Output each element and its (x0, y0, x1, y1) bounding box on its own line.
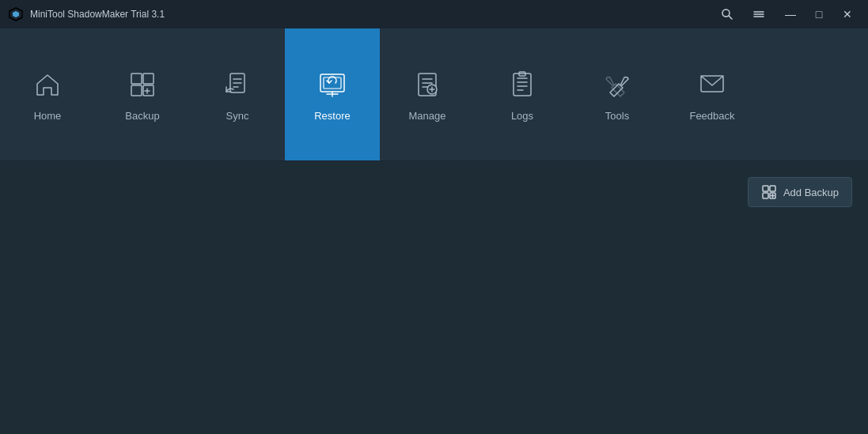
svg-rect-34 (770, 186, 775, 191)
nav-item-logs[interactable]: Logs (475, 28, 570, 160)
logs-icon (505, 67, 540, 102)
window-controls: — □ ✕ (778, 3, 860, 25)
add-backup-button[interactable]: Add Backup (748, 177, 852, 207)
home-label: Home (34, 110, 62, 122)
svg-rect-6 (143, 74, 154, 84)
nav-item-sync[interactable]: Sync (190, 28, 285, 160)
restore-icon (315, 67, 350, 102)
feedback-icon (695, 67, 730, 102)
nav-item-tools[interactable]: Tools (570, 28, 665, 160)
app-title: MiniTool ShadowMaker Trial 3.1 (30, 9, 714, 20)
manage-label: Manage (409, 110, 446, 122)
home-icon (30, 67, 65, 102)
title-bar: MiniTool ShadowMaker Trial 3.1 — □ ✕ (0, 0, 868, 28)
nav-bar: Home Backup Sync (0, 28, 868, 161)
svg-line-1 (730, 17, 733, 20)
menu-button[interactable] (746, 3, 771, 25)
backup-label: Backup (125, 110, 159, 122)
nav-item-manage[interactable]: Manage (380, 28, 475, 160)
svg-rect-16 (324, 77, 341, 89)
feedback-label: Feedback (689, 110, 734, 122)
nav-item-home[interactable]: Home (0, 28, 95, 160)
main-content: Add Backup (0, 161, 868, 434)
svg-rect-33 (763, 186, 768, 191)
backup-icon (125, 67, 160, 102)
svg-rect-26 (514, 74, 531, 96)
app-logo (8, 6, 24, 22)
svg-point-0 (722, 9, 730, 17)
nav-item-feedback[interactable]: Feedback (665, 28, 760, 160)
svg-rect-35 (763, 193, 768, 198)
minimize-button[interactable]: — (778, 3, 803, 25)
nav-item-restore[interactable]: Restore (285, 28, 380, 160)
tools-icon (600, 67, 635, 102)
nav-item-backup[interactable]: Backup (95, 28, 190, 160)
restore-label: Restore (314, 110, 351, 122)
sync-icon (220, 67, 255, 102)
svg-rect-7 (131, 85, 142, 96)
svg-rect-5 (131, 74, 142, 84)
add-backup-label: Add Backup (783, 187, 839, 198)
logs-label: Logs (511, 110, 533, 122)
maximize-button[interactable]: □ (806, 3, 832, 25)
sync-label: Sync (226, 110, 249, 122)
close-button[interactable]: ✕ (835, 3, 860, 25)
search-button[interactable] (714, 3, 740, 25)
manage-icon (410, 67, 445, 102)
tools-label: Tools (605, 110, 629, 122)
